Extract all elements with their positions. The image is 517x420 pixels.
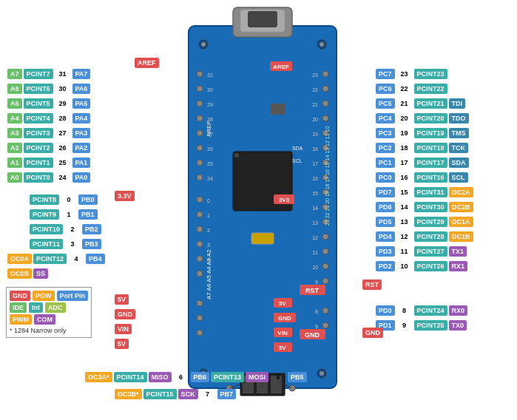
pin-row-a2: A2 PCINT2 26 PA2 [7, 143, 90, 153]
pin-row-gnd-right: GND [362, 328, 383, 338]
pin-row-pd6: PD6 14 PCINT30 OC2B [376, 202, 473, 212]
svg-point-29 [197, 271, 203, 277]
svg-text:SDA: SDA [292, 146, 303, 151]
oc3a-label: OC3A* [85, 372, 112, 382]
pcint31-label: PCINT31 [414, 187, 447, 197]
pin-row-pb1: PCINT9 1 PB1 [30, 209, 98, 220]
pcint8-label: PCINT8 [30, 194, 59, 205]
pin-row-a1: A1 PCINT1 25 PA1 [7, 158, 90, 168]
num24-label: 24 [55, 172, 71, 183]
pin-row-aref: AREF [135, 58, 159, 68]
tck-label: TCK [449, 143, 469, 153]
svg-text:18: 18 [312, 146, 318, 152]
pin-row-pd2: PD2 10 PCINT26 RX1 [376, 261, 467, 271]
num4-label: 4 [68, 254, 84, 264]
tdi-label: TDI [449, 98, 466, 109]
pa0-label: PA0 [72, 172, 91, 183]
aref-label: AREF [135, 58, 159, 68]
num7-label: 7 [200, 389, 216, 399]
svg-text:10: 10 [312, 265, 318, 270]
svg-text:SCL: SCL [292, 158, 303, 163]
svg-point-19 [197, 115, 203, 121]
pin-row-pd7: PD7 15 PCINT31 OC2A [376, 187, 473, 197]
pd7-label: PD7 [376, 187, 395, 197]
num30-label: 30 [55, 84, 71, 94]
legend-com: COM [34, 314, 55, 325]
pcint26-label: PCINT26 [414, 261, 447, 271]
mosi-label: MOSI [246, 372, 268, 382]
pin-row-oc0b: OC0B SS [7, 268, 48, 279]
oc2b-label: OC2B [449, 202, 473, 212]
svg-text:22: 22 [312, 87, 318, 92]
num27-label: 27 [55, 128, 71, 138]
pcint25-label: PCINT25 [414, 320, 447, 331]
a3-label: A3 [7, 128, 22, 138]
pc2-label: PC2 [376, 143, 395, 153]
svg-text:29: 29 [207, 102, 213, 107]
svg-text:1: 1 [207, 213, 210, 218]
num29-label: 29 [55, 98, 71, 109]
scl-right-label: SCL [449, 172, 468, 183]
pb2-label: PB2 [82, 224, 101, 234]
svg-text:3V3: 3V3 [279, 197, 290, 203]
pin-row-5v-left: 5V [115, 294, 129, 305]
pcint23-label: PCINT23 [414, 69, 447, 79]
pcint3-label: PCINT3 [24, 128, 53, 138]
pin-row-pc1: PC1 17 PCINT17 SDA [376, 158, 469, 168]
pin-row-gnd-left: GND [115, 309, 135, 319]
pcint29-label: PCINT29 [414, 217, 447, 227]
svg-point-48 [322, 308, 328, 314]
pin-row-pc3: PC3 19 PCINT19 TMS [376, 128, 469, 138]
legend-gnd: GND [10, 291, 30, 301]
svg-point-27 [197, 241, 203, 247]
pin-row-pd0: PD0 8 PCINT24 RX0 [376, 305, 467, 316]
pa3-label: PA3 [72, 128, 91, 138]
svg-text:5V: 5V [279, 345, 286, 351]
pcint12-label: PCINT12 [33, 254, 67, 264]
svg-text:11: 11 [312, 250, 318, 255]
svg-point-35 [322, 101, 328, 106]
svg-text:GND: GND [305, 331, 320, 339]
svg-point-34 [322, 86, 328, 92]
svg-point-44 [322, 234, 328, 240]
svg-point-46 [322, 263, 328, 269]
legend-portpin: Port Pin [57, 291, 89, 301]
svg-text:23: 23 [312, 72, 318, 78]
gnd-right-label: GND [362, 328, 383, 338]
pc1-label: PC1 [376, 158, 395, 168]
pcint28-label: PCINT28 [414, 231, 447, 242]
svg-rect-15 [270, 104, 285, 115]
pcint6-label: PCINT6 [24, 84, 53, 94]
svg-point-26 [197, 226, 203, 232]
svg-text:28: 28 [207, 117, 213, 122]
svg-text:GND: GND [278, 315, 291, 322]
pin-row-pd3: PD3 11 PCINT27 TX1 [376, 246, 467, 257]
pin-row-a6: A6 PCINT6 30 PA6 [7, 84, 90, 94]
pcint19-label: PCINT19 [414, 128, 447, 138]
num5-label: 5 [270, 372, 286, 382]
oc2a-label: OC2A [449, 187, 473, 197]
oc3b-label: OC3B* [115, 389, 142, 399]
rx0-label: RX0 [449, 305, 468, 316]
num3-label: 3 [64, 239, 81, 249]
pcint16-label: PCINT16 [414, 172, 447, 183]
svg-point-33 [322, 71, 328, 77]
pcint10-label: PCINT10 [30, 224, 63, 234]
num6-label: 6 [173, 372, 189, 382]
pcint4-label: PCINT4 [24, 113, 53, 123]
pin-row-pc2: PC2 18 PCINT18 TCK [376, 143, 468, 153]
pcint30-label: PCINT30 [414, 202, 447, 212]
svg-point-47 [322, 278, 328, 284]
pcint20-label: PCINT20 [414, 113, 447, 123]
pin-row-pc4: PC4 20 PCINT20 TDO [376, 113, 469, 123]
svg-text:21: 21 [312, 102, 318, 107]
num10-label: 10 [396, 261, 413, 271]
pc6-label: PC6 [376, 84, 395, 94]
pcint2-label: PCINT2 [24, 143, 53, 153]
num18-label: 18 [396, 143, 413, 153]
pcint5-label: PCINT5 [24, 98, 53, 109]
pc7-label: PC7 [376, 69, 395, 79]
pd2-label: PD2 [376, 261, 395, 271]
svg-text:RST: RST [305, 287, 320, 294]
5v-bottom-label: 5V [115, 339, 129, 349]
